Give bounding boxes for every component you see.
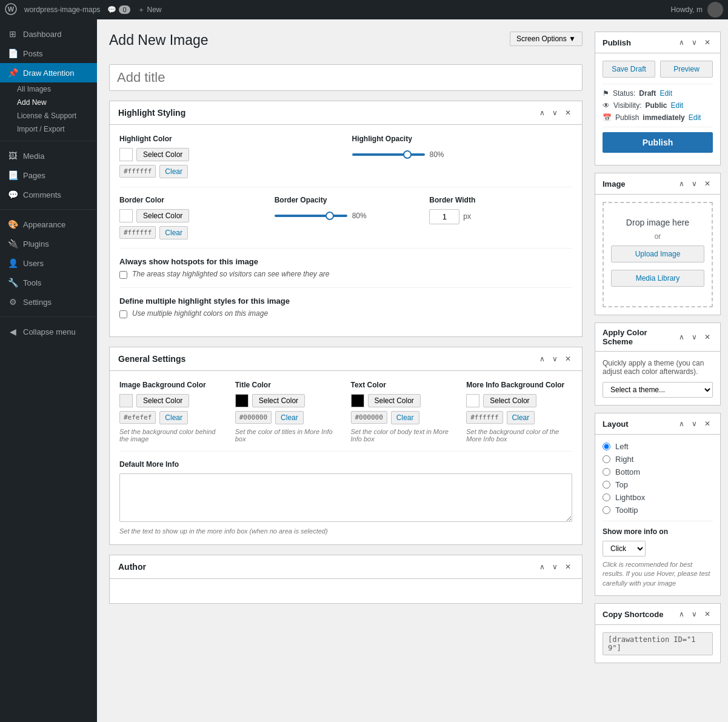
layout-option-left[interactable]: Left <box>603 442 713 451</box>
default-more-info-textarea[interactable] <box>119 473 572 522</box>
gs-more-info-bg-select-color-button[interactable]: Select Color <box>483 394 536 407</box>
highlight-opacity-slider[interactable] <box>352 153 425 156</box>
highlight-select-color-button[interactable]: Select Color <box>136 148 189 161</box>
layout-option-right[interactable]: Right <box>603 455 713 464</box>
copy-shortcode-panel-down[interactable]: ∨ <box>689 609 700 620</box>
sidebar-sub-import-export[interactable]: Import / Export <box>0 122 97 136</box>
gs-panel-collapse-up[interactable]: ∧ <box>537 353 547 364</box>
show-more-info-select[interactable]: Click Hover <box>603 541 646 557</box>
publish-panel-header: Publish ∧ ∨ ✕ <box>595 32 720 53</box>
layout-radio-tooltip[interactable] <box>603 506 610 514</box>
gs-image-bg-color-col: Image Background Color Select Color #efe… <box>119 381 225 443</box>
media-library-button[interactable]: Media Library <box>611 270 704 287</box>
title-input[interactable] <box>109 64 583 91</box>
gs-title-color-col: Title Color Select Color #000000 Clear S… <box>235 381 341 443</box>
image-panel-close[interactable]: ✕ <box>702 178 713 189</box>
border-color-picker-row: Select Color <box>119 209 262 222</box>
upload-image-button[interactable]: Upload Image <box>611 246 704 262</box>
theme-select[interactable]: Select a theme... <box>603 382 713 398</box>
image-dropzone[interactable]: Drop image here or Upload Image Media Li… <box>603 202 713 307</box>
gs-title-select-color-button[interactable]: Select Color <box>252 394 305 407</box>
comment-icon: 💬 <box>107 5 116 14</box>
new-item-link[interactable]: ＋ New <box>138 5 162 15</box>
gs-title-color-clear-button[interactable]: Clear <box>275 411 304 424</box>
sidebar-sub-license-support[interactable]: License & Support <box>0 109 97 122</box>
sidebar-item-dashboard[interactable]: ⊞ Dashboard <box>0 24 97 44</box>
gs-image-bg-select-color-button[interactable]: Select Color <box>136 394 189 407</box>
publish-panel-up[interactable]: ∧ <box>676 37 687 48</box>
sidebar: ⊞ Dashboard 📄 Posts 📌 Draw Attention All… <box>0 19 97 722</box>
color-scheme-description: Quickly apply a theme (you can adjust ea… <box>603 359 713 376</box>
border-opacity-slider[interactable] <box>275 215 347 217</box>
panel-close[interactable]: ✕ <box>563 107 573 118</box>
layout-panel-up[interactable]: ∧ <box>676 418 687 429</box>
publish-time-value: immediately <box>643 113 684 122</box>
sidebar-item-draw-attention[interactable]: 📌 Draw Attention <box>0 63 97 82</box>
sidebar-item-plugins[interactable]: 🔌 Plugins <box>0 234 97 253</box>
collapse-icon: ◀ <box>7 327 18 336</box>
layout-radio-top[interactable] <box>603 481 610 489</box>
comments-link[interactable]: 💬 0 <box>107 5 130 14</box>
gs-panel-close[interactable]: ✕ <box>563 353 573 364</box>
border-select-color-button[interactable]: Select Color <box>136 209 189 222</box>
author-panel-collapse-up[interactable]: ∧ <box>537 561 547 572</box>
copy-shortcode-panel-close[interactable]: ✕ <box>702 609 713 620</box>
author-panel-close[interactable]: ✕ <box>563 561 573 572</box>
sidebar-item-users[interactable]: 👤 Users <box>0 253 97 273</box>
layout-radio-left[interactable] <box>603 443 610 450</box>
sidebar-item-appearance[interactable]: 🎨 Appearance <box>0 215 97 234</box>
publish-panel-down[interactable]: ∨ <box>689 37 700 48</box>
sidebar-sub-add-new[interactable]: Add New <box>0 96 97 109</box>
always-show-checkbox[interactable] <box>119 271 127 279</box>
preview-button[interactable]: Preview <box>660 61 713 78</box>
layout-panel-down[interactable]: ∨ <box>689 418 700 429</box>
panel-collapse-up[interactable]: ∧ <box>537 107 547 118</box>
layout-panel-close[interactable]: ✕ <box>702 418 713 429</box>
color-scheme-panel-down[interactable]: ∨ <box>689 332 700 343</box>
sidebar-collapse-menu[interactable]: ◀ Collapse menu <box>0 322 97 341</box>
multiple-styles-checkbox[interactable] <box>119 310 127 318</box>
border-color-clear-button[interactable]: Clear <box>159 226 188 239</box>
layout-radio-lightbox[interactable] <box>603 493 610 501</box>
status-edit-link[interactable]: Edit <box>660 89 672 98</box>
border-width-input[interactable] <box>429 209 459 224</box>
panel-collapse-down[interactable]: ∨ <box>550 107 560 118</box>
layout-option-top[interactable]: Top <box>603 480 713 489</box>
copy-shortcode-panel-up[interactable]: ∧ <box>676 609 687 620</box>
color-scheme-panel-up[interactable]: ∧ <box>676 332 687 343</box>
publish-panel-close[interactable]: ✕ <box>702 37 713 48</box>
color-scheme-panel-close[interactable]: ✕ <box>702 332 713 343</box>
layout-radio-bottom[interactable] <box>603 468 610 476</box>
default-more-info-section: Default More Info Set the text to show u… <box>119 460 572 535</box>
author-panel-collapse-down[interactable]: ∨ <box>550 561 560 572</box>
border-color-section: Border Color Select Color #ffffff Clear <box>119 196 262 239</box>
layout-option-tooltip[interactable]: Tooltip <box>603 506 713 515</box>
publish-time-edit-link[interactable]: Edit <box>689 113 701 122</box>
layout-option-lightbox[interactable]: Lightbox <box>603 493 713 502</box>
layout-radio-right[interactable] <box>603 455 610 463</box>
layout-option-bottom[interactable]: Bottom <box>603 467 713 476</box>
site-name[interactable]: wordpress-image-maps <box>24 5 100 14</box>
screen-options-button[interactable]: Screen Options ▼ <box>510 32 583 46</box>
sidebar-item-settings[interactable]: ⚙ Settings <box>0 292 97 312</box>
gs-text-color-clear-button[interactable]: Clear <box>391 411 419 424</box>
gs-text-select-color-button[interactable]: Select Color <box>368 394 421 407</box>
sidebar-item-tools[interactable]: 🔧 Tools <box>0 273 97 292</box>
publish-time-row: 📅 Publish immediately Edit <box>603 113 713 122</box>
sidebar-item-pages[interactable]: 📃 Pages <box>0 165 97 185</box>
save-draft-button[interactable]: Save Draft <box>603 61 655 78</box>
sidebar-item-comments[interactable]: 💬 Comments <box>0 185 97 204</box>
image-panel-up[interactable]: ∧ <box>676 178 687 189</box>
gs-panel-collapse-down[interactable]: ∨ <box>550 353 560 364</box>
sidebar-sub-all-images[interactable]: All Images <box>0 82 97 96</box>
gs-image-bg-clear-button[interactable]: Clear <box>159 411 188 424</box>
publish-button[interactable]: Publish <box>603 132 713 153</box>
highlight-opacity-slider-row: 80% <box>352 150 573 159</box>
highlight-color-clear-button[interactable]: Clear <box>159 165 188 178</box>
image-panel-down[interactable]: ∨ <box>689 178 700 189</box>
visibility-edit-link[interactable]: Edit <box>670 101 683 110</box>
gs-more-info-bg-clear-button[interactable]: Clear <box>507 411 535 424</box>
shortcode-text: [drawattention ID="19"] <box>603 632 713 655</box>
sidebar-item-posts[interactable]: 📄 Posts <box>0 44 97 63</box>
sidebar-item-media[interactable]: 🖼 Media <box>0 146 97 165</box>
